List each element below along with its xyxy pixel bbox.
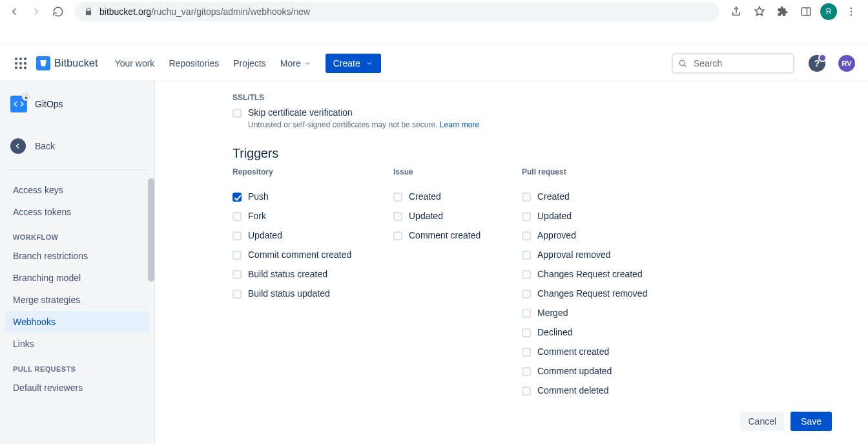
profile-avatar[interactable]: RV xyxy=(838,55,855,72)
learn-more-link[interactable]: Learn more xyxy=(440,120,479,129)
checkbox[interactable] xyxy=(522,212,531,221)
trigger-label: Approval removed xyxy=(537,249,611,260)
sidebar-item-access-keys[interactable]: Access keys xyxy=(5,179,149,201)
nav-forward-button[interactable] xyxy=(27,3,45,21)
nav-projects[interactable]: Projects xyxy=(233,58,266,69)
global-search[interactable] xyxy=(672,53,794,74)
share-icon[interactable] xyxy=(727,3,745,21)
trigger-pull_request-comment-created[interactable]: Comment created xyxy=(522,346,667,357)
trigger-repository-push[interactable]: Push xyxy=(232,191,378,202)
trigger-repository-updated[interactable]: Updated xyxy=(232,230,378,240)
app-switcher-icon[interactable] xyxy=(13,56,28,71)
repo-header[interactable]: GitOps xyxy=(5,93,149,123)
repo-name: GitOps xyxy=(35,99,63,109)
trigger-label: Fork xyxy=(248,211,266,221)
trigger-repository-fork[interactable]: Fork xyxy=(232,211,378,221)
svg-point-7 xyxy=(15,62,17,65)
trigger-pull_request-declined[interactable]: Declined xyxy=(522,327,667,337)
trigger-issue-created[interactable]: Created xyxy=(393,191,506,202)
sidebar-item-links[interactable]: Links xyxy=(5,333,149,355)
browser-profile-avatar[interactable]: R xyxy=(820,3,837,20)
checkbox[interactable] xyxy=(522,290,531,299)
form-actions: Cancel Save xyxy=(740,412,832,431)
save-button[interactable]: Save xyxy=(790,412,832,431)
trigger-pull_request-approved[interactable]: Approved xyxy=(522,230,667,240)
checkbox[interactable] xyxy=(522,386,531,396)
sidebar-item-webhooks[interactable]: Webhooks xyxy=(5,311,149,333)
sidebar-item-access-tokens[interactable]: Access tokens xyxy=(5,201,149,223)
address-bar[interactable]: bitbucket.org/ruchu_var/gitops/admin/web… xyxy=(75,2,719,21)
nav-repositories[interactable]: Repositories xyxy=(169,58,219,69)
ssl-section-label: SSL/TLS xyxy=(232,93,832,102)
checkbox[interactable] xyxy=(522,367,531,376)
checkbox[interactable] xyxy=(522,193,531,202)
checkbox[interactable] xyxy=(522,270,531,279)
bookmark-star-icon[interactable] xyxy=(750,3,769,21)
trigger-label: Comment created xyxy=(409,230,480,240)
checkbox[interactable] xyxy=(393,212,402,221)
skip-cert-row[interactable]: Skip certificate verification Untrusted … xyxy=(232,107,832,129)
checkbox[interactable] xyxy=(522,251,531,260)
sidebar-item-default-reviewers[interactable]: Default reviewers xyxy=(5,377,149,399)
checkbox[interactable] xyxy=(232,270,242,279)
checkbox[interactable] xyxy=(522,328,531,337)
back-arrow-icon xyxy=(10,138,26,154)
trigger-label: Merged xyxy=(537,308,568,318)
reload-button[interactable] xyxy=(49,3,67,21)
svg-point-4 xyxy=(15,58,17,60)
svg-point-13 xyxy=(679,60,685,65)
checkbox[interactable] xyxy=(522,231,531,240)
trigger-column-issue: Issue CreatedUpdatedComment created xyxy=(393,167,506,396)
trigger-repository-build-status-created[interactable]: Build status created xyxy=(232,269,378,279)
cancel-button[interactable]: Cancel xyxy=(740,412,784,431)
checkbox[interactable] xyxy=(393,193,402,202)
trigger-repository-build-status-updated[interactable]: Build status updated xyxy=(232,288,378,299)
checkbox[interactable] xyxy=(232,251,242,260)
trigger-label: Comment created xyxy=(537,346,609,357)
checkbox[interactable] xyxy=(393,231,402,240)
trigger-pull_request-changes-request-created[interactable]: Changes Request created xyxy=(522,269,667,279)
trigger-repository-commit-comment-created[interactable]: Commit comment created xyxy=(232,249,378,260)
sidebar-scrollbar-thumb[interactable] xyxy=(148,178,154,282)
checkbox[interactable] xyxy=(232,231,242,240)
product-logo[interactable]: Bitbucket xyxy=(36,56,98,70)
checkbox[interactable] xyxy=(232,290,242,299)
trigger-label: Created xyxy=(409,191,441,202)
column-head-pull-request: Pull request xyxy=(522,167,667,176)
trigger-pull_request-approval-removed[interactable]: Approval removed xyxy=(522,249,667,260)
trigger-column-repository: Repository PushForkUpdatedCommit comment… xyxy=(232,167,378,396)
nav-your-work[interactable]: Your work xyxy=(115,58,155,69)
trigger-pull_request-changes-request-removed[interactable]: Changes Request removed xyxy=(522,288,667,299)
url-text: bitbucket.org/ruchu_var/gitops/admin/web… xyxy=(99,6,310,17)
trigger-pull_request-comment-updated[interactable]: Comment updated xyxy=(522,366,667,376)
help-button[interactable]: ? xyxy=(809,55,825,72)
sidebar-heading-pull-requests: PULL REQUESTS xyxy=(5,355,149,377)
trigger-pull_request-merged[interactable]: Merged xyxy=(522,308,667,318)
sidebar-back[interactable]: Back xyxy=(5,132,149,160)
create-button[interactable]: Create xyxy=(326,54,381,73)
sidebar-item-merge-strategies[interactable]: Merge strategies xyxy=(5,289,149,311)
checkbox[interactable] xyxy=(522,309,531,318)
side-panel-icon[interactable] xyxy=(797,3,815,21)
trigger-pull_request-created[interactable]: Created xyxy=(522,191,667,202)
sidebar-item-branch-restrictions[interactable]: Branch restrictions xyxy=(5,245,149,267)
nav-more[interactable]: More xyxy=(280,58,311,69)
checkbox[interactable] xyxy=(232,212,242,221)
trigger-pull_request-updated[interactable]: Updated xyxy=(522,211,667,221)
trigger-issue-updated[interactable]: Updated xyxy=(393,211,506,221)
search-input[interactable] xyxy=(692,58,788,69)
sidebar-heading-workflow: WORKFLOW xyxy=(5,223,149,245)
bitbucket-logo-icon xyxy=(36,56,50,70)
trigger-label: Comment deleted xyxy=(537,385,609,396)
bookmark-bar-area xyxy=(0,23,868,45)
browser-menu-icon[interactable] xyxy=(842,3,860,21)
checkbox[interactable] xyxy=(522,348,531,357)
trigger-label: Updated xyxy=(409,211,443,221)
checkbox[interactable] xyxy=(232,193,242,202)
nav-back-button[interactable] xyxy=(5,3,23,21)
sidebar-item-branching-model[interactable]: Branching model xyxy=(5,267,149,289)
extensions-icon[interactable] xyxy=(774,3,792,21)
trigger-pull_request-comment-deleted[interactable]: Comment deleted xyxy=(522,385,667,396)
trigger-issue-comment-created[interactable]: Comment created xyxy=(393,230,506,240)
skip-cert-checkbox[interactable] xyxy=(232,109,242,118)
